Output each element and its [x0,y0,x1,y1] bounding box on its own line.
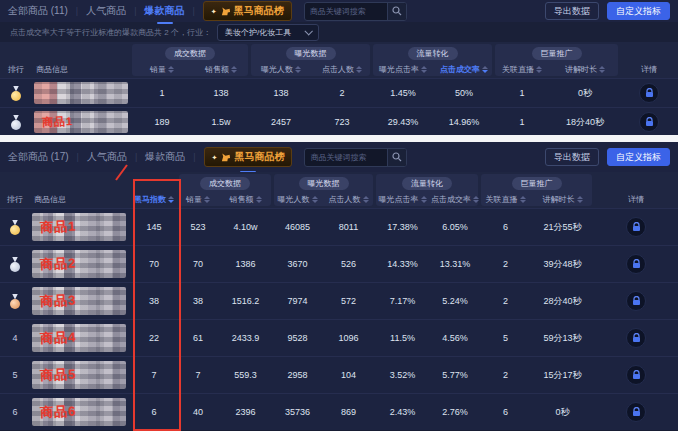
product-info-cell[interactable]: 商品4 [30,320,130,356]
search-input-bottom[interactable] [305,149,387,166]
detail-button[interactable] [626,291,646,311]
detail-button[interactable] [626,254,646,274]
col-explain-duration[interactable]: 讲解时长 [550,64,620,75]
tab-divider: | [77,152,79,162]
metric-value: 8011 [322,209,375,245]
product-info-cell[interactable]: 商品1 [32,108,132,136]
col-click-count[interactable]: 点击人数 [312,64,372,75]
col-sales-volume[interactable]: 销量 [132,64,192,75]
col-rank: 排行 [0,194,30,205]
col-click-deal-rate[interactable]: 点击成交率 [434,64,494,75]
search-input-top[interactable] [305,3,387,20]
detail-button[interactable] [626,365,646,385]
col-exposure-click-rate[interactable]: 曝光点击率 [372,64,434,75]
sort-icon[interactable] [482,66,488,73]
export-data-button[interactable]: 导出数据 [545,2,599,20]
product-info-cell[interactable]: 商品3 [30,283,130,319]
lock-icon [632,259,641,269]
panel-top: 全部商品 (11) | 人气商品 | 爆款商品 | ✦ 黑马商品榜 导出数据 自… [0,0,678,135]
metric-value: 523 [178,209,218,245]
table-row[interactable]: 商品3 38 38 1516.2 7974 572 7.17% 5.24% 2 … [0,282,678,319]
tab-hot-products[interactable]: 爆款商品 [145,4,185,18]
col-dark-horse-index[interactable]: 黑马指数 [130,194,178,205]
rank-cell: 4 [0,320,30,356]
sort-icon[interactable] [356,66,362,73]
tab-all-products[interactable]: 全部商品 (17) [8,150,69,164]
col-exposure-count[interactable]: 曝光人数 [273,194,322,205]
notice-bar: 点击成交率大于等于行业标准的爆款商品共 2 个，行业： 美妆个护/化妆工具 [0,22,678,42]
custom-metrics-button[interactable]: 自定义指标 [607,2,670,20]
col-linked-live[interactable]: 关联直播 [494,64,550,75]
col-sales-amount[interactable]: 销售额 [192,64,250,75]
product-image: 商品1 [34,111,128,133]
sort-icon[interactable] [536,66,542,73]
sort-icon[interactable] [363,196,369,203]
sort-icon[interactable] [295,66,301,73]
detail-cell [594,394,678,430]
search-button[interactable] [387,3,406,20]
tab-popular-products[interactable]: 人气商品 [86,4,126,18]
sort-icon[interactable] [577,196,583,203]
sort-icon[interactable] [168,66,174,73]
search-button[interactable] [387,149,406,166]
table-row[interactable]: 5 商品5 7 7 559.3 2958 104 3.52% 5.77% 2 1… [0,356,678,393]
col-click-deal-rate[interactable]: 点击成交率 [430,194,480,205]
sort-icon[interactable] [473,196,479,203]
sort-icon[interactable] [599,66,605,73]
sort-icon[interactable] [231,66,237,73]
tab-popular-products[interactable]: 人气商品 [87,150,127,164]
rank-cell: 6 [0,394,30,430]
sort-icon[interactable] [204,196,210,203]
industry-dropdown[interactable]: 美妆个护/化妆工具 [217,24,319,41]
sort-icon[interactable] [168,196,174,203]
tab-hot-products[interactable]: 爆款商品 [145,150,185,164]
product-info-cell[interactable]: 商品2 [30,246,130,282]
product-info-cell[interactable]: 商品1 [30,209,130,245]
col-detail: 详情 [620,64,678,75]
product-info-cell[interactable] [32,79,132,107]
table-row[interactable]: 商品1 145 523 4.10w 46085 8011 17.38% 6.05… [0,208,678,245]
table-row[interactable]: 商品1 189 1.5w 2457 723 29.43% 14.96% 1 18… [0,107,678,136]
col-exposure-click-rate[interactable]: 曝光点击率 [375,194,430,205]
metric-value: 4.56% [430,320,480,356]
col-explain-duration[interactable]: 讲解时长 [531,194,594,205]
col-linked-live[interactable]: 关联直播 [480,194,531,205]
sort-icon[interactable] [421,66,427,73]
sort-icon[interactable] [520,196,526,203]
col-click-count[interactable]: 点击人数 [322,194,375,205]
group-pill: 曝光数据 [299,177,349,190]
lock-icon [632,370,641,380]
detail-button[interactable] [639,83,659,103]
col-exposure-count[interactable]: 曝光人数 [250,64,312,75]
detail-button[interactable] [626,402,646,422]
tab-dark-horse-badge[interactable]: ✦ 黑马商品榜 [203,1,292,21]
tab-all-products[interactable]: 全部商品 (11) [8,4,68,18]
detail-button[interactable] [639,112,659,132]
sort-icon[interactable] [421,196,427,203]
product-info-cell[interactable]: 商品6 [30,394,130,430]
table-row[interactable]: 6 商品6 6 40 2396 35736 869 2.43% 2.76% 6 … [0,393,678,430]
export-data-button[interactable]: 导出数据 [545,148,599,166]
tab-dark-horse-badge[interactable]: ✦ 黑马商品榜 [204,147,293,167]
table-row[interactable]: 1 138 138 2 1.45% 50% 1 0秒 [0,78,678,107]
tab-divider: | [134,6,136,16]
metric-value: 3670 [273,246,322,282]
col-sales-volume[interactable]: 销量 [178,194,218,205]
col-sales-amount[interactable]: 销售额 [218,194,273,205]
custom-metrics-button[interactable]: 自定义指标 [607,148,670,166]
metric-value: 189 [132,108,192,136]
detail-button[interactable] [626,217,646,237]
table-row[interactable]: 商品2 70 70 1386 3670 526 14.33% 13.31% 2 … [0,245,678,282]
metric-value: 6 [480,209,531,245]
metric-value: 526 [322,246,375,282]
sort-icon[interactable] [312,196,318,203]
gold-medal-icon [10,86,22,101]
table-row[interactable]: 4 商品4 22 61 2433.9 9528 1096 11.5% 4.56%… [0,319,678,356]
metric-value: 723 [312,108,372,136]
sort-icon[interactable] [256,196,262,203]
metric-value: 14.33% [375,246,430,282]
detail-button[interactable] [626,328,646,348]
lock-icon [645,88,654,98]
metric-value: 13.31% [430,246,480,282]
product-info-cell[interactable]: 商品5 [30,357,130,393]
